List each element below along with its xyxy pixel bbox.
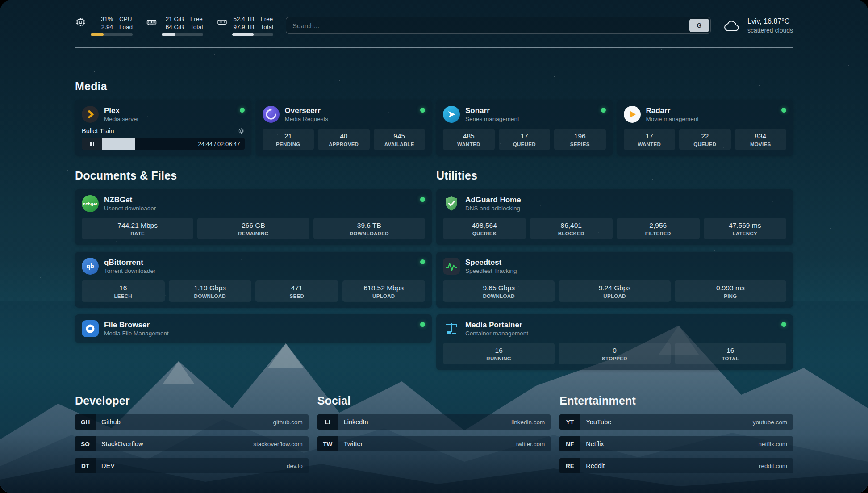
memory-total: 64 GiB	[166, 23, 184, 31]
service-name: Speedtest	[465, 258, 517, 267]
filebrowser-icon	[82, 320, 99, 337]
bookmark-name: Twitter	[344, 440, 363, 447]
bookmark-linkedin[interactable]: LI LinkedIn linkedin.com	[317, 414, 551, 430]
developer-column: Developer GH Github github.com SO StackO…	[75, 394, 309, 480]
service-description: Container management	[465, 330, 528, 337]
memory-progress-track	[162, 33, 203, 36]
service-description: Media File Management	[104, 330, 169, 337]
service-name: qBittorrent	[104, 258, 156, 267]
stat-block: 22 QUEUED	[679, 129, 731, 150]
stat-block: 9.24 Gbps UPLOAD	[559, 280, 670, 302]
status-dot	[781, 322, 786, 327]
search-input[interactable]	[292, 22, 689, 29]
gear-icon[interactable]	[238, 128, 245, 134]
bookmark-url: twitter.com	[516, 441, 545, 447]
memory-label-2: Total	[190, 23, 203, 31]
cpu-chip-icon	[75, 17, 86, 28]
stat-block: 9.65 Gbps DOWNLOAD	[443, 280, 555, 302]
cpu-label-2: Load	[119, 23, 133, 31]
stat-block: 39.6 TB DOWNLOADED	[313, 218, 425, 239]
developer-section-title: Developer	[75, 394, 309, 407]
service-card-nzbget[interactable]: nzbget NZBGet Usenet downloader	[75, 189, 432, 245]
service-name: Radarr	[646, 106, 699, 115]
stat-block: 266 GB REMAINING	[197, 218, 309, 239]
disk-label-1: Free	[261, 15, 274, 23]
bookmark-url: linkedin.com	[511, 419, 545, 426]
memory-progress-fill	[162, 33, 175, 36]
cloud-icon	[723, 18, 742, 33]
memory-label-1: Free	[190, 15, 203, 23]
stat-block: 86,401 BLOCKED	[530, 218, 613, 239]
service-card-plex[interactable]: Plex Media server Bullet Train	[75, 100, 251, 156]
stat-block: 498,564 QUERIES	[443, 218, 526, 239]
sonarr-icon	[443, 106, 460, 123]
bookmark-abbr: NF	[559, 436, 580, 451]
stat-block: 21 PENDING	[263, 129, 314, 150]
bookmark-name: YouTube	[586, 418, 611, 426]
media-section-title: Media	[75, 80, 793, 93]
service-card-portainer[interactable]: Media Portainer Container management 16 …	[436, 314, 793, 370]
service-description: Usenet downloader	[104, 205, 156, 212]
documents-column: Documents & Files nzbget NZBGet Usenet d…	[75, 169, 432, 370]
memory-free: 21 GiB	[166, 15, 184, 23]
bookmark-netflix[interactable]: NF Netflix netflix.com	[559, 436, 793, 451]
status-dot	[420, 259, 425, 264]
stat-block: 618.52 Mbps UPLOAD	[342, 280, 426, 302]
bookmark-abbr: RE	[559, 458, 580, 473]
section-middle: Documents & Files nzbget NZBGet Usenet d…	[75, 169, 793, 370]
memory-icon	[146, 17, 157, 28]
memory-widget: 21 GiB 64 GiB Free Total	[146, 15, 203, 36]
bookmark-twitter[interactable]: TW Twitter twitter.com	[317, 436, 551, 451]
stat-block: 16 LEECH	[82, 280, 165, 302]
bookmark-stackoverflow[interactable]: SO StackOverflow stackoverflow.com	[75, 436, 309, 451]
bookmark-name: Reddit	[586, 462, 605, 469]
pause-button[interactable]	[82, 138, 102, 150]
stat-block: 834 MOVIES	[735, 129, 787, 150]
service-name: AdGuard Home	[465, 196, 521, 205]
section-bookmarks: Developer GH Github github.com SO StackO…	[75, 394, 793, 480]
bookmark-abbr: LI	[317, 414, 338, 430]
header-divider	[75, 47, 793, 48]
bookmark-youtube[interactable]: YT YouTube youtube.com	[559, 414, 793, 430]
stat-block: 471 SEED	[255, 280, 338, 302]
bookmark-dev[interactable]: DT DEV dev.to	[75, 458, 309, 473]
dashboard-screen: 31% 2.94 CPU Load	[0, 0, 868, 493]
service-card-adguard[interactable]: AdGuard Home DNS and adblocking 498,564 …	[436, 189, 793, 245]
disk-free: 52.4 TB	[234, 15, 255, 23]
service-name: NZBGet	[104, 196, 156, 205]
bookmark-github[interactable]: GH Github github.com	[75, 414, 309, 430]
service-name: Sonarr	[465, 106, 519, 115]
entertainment-column: Entertainment YT YouTube youtube.com NF …	[559, 394, 793, 480]
overseerr-icon	[263, 106, 280, 123]
bookmark-name: LinkedIn	[344, 418, 368, 426]
search-provider-button[interactable]: G	[689, 19, 709, 32]
search-bar: G	[286, 17, 711, 34]
status-dot	[781, 108, 786, 113]
service-card-sonarr[interactable]: Sonarr Series management 485 WANTED 17 Q…	[436, 100, 613, 156]
weather-widget[interactable]: Lviv, 16.87°C scattered clouds	[723, 17, 793, 34]
service-card-overseerr[interactable]: Overseerr Media Requests 21 PENDING 40 A…	[256, 100, 432, 156]
service-card-qbittorrent[interactable]: qb qBittorrent Torrent downloader	[75, 252, 432, 308]
service-name: Media Portainer	[465, 321, 528, 330]
stat-block: 744.21 Mbps RATE	[82, 218, 193, 239]
service-name: Overseerr	[285, 106, 329, 115]
now-playing-title: Bullet Train	[82, 127, 114, 134]
bookmark-name: Netflix	[586, 440, 604, 447]
bookmark-reddit[interactable]: RE Reddit reddit.com	[559, 458, 793, 473]
bookmark-abbr: DT	[75, 458, 96, 473]
cpu-progress-track	[91, 33, 133, 36]
playback-progress-bar: 24:44 / 02:06:47	[82, 138, 245, 150]
plex-card-head: Plex Media server	[82, 106, 245, 123]
bookmark-url: netflix.com	[758, 441, 787, 447]
service-card-radarr[interactable]: Radarr Movie management 17 WANTED 22 QUE…	[617, 100, 793, 156]
entertainment-section-title: Entertainment	[559, 394, 793, 407]
documents-section-title: Documents & Files	[75, 169, 432, 182]
service-description: Movie management	[646, 116, 699, 122]
utilities-column: Utilities	[436, 169, 793, 370]
service-card-speedtest[interactable]: Speedtest Speedtest Tracking 9.65 Gbps D…	[436, 252, 793, 308]
service-card-filebrowser[interactable]: File Browser Media File Management	[75, 314, 432, 343]
bookmark-name: StackOverflow	[101, 440, 143, 447]
stat-block: 0 STOPPED	[559, 343, 670, 364]
disk-progress-fill	[232, 33, 254, 36]
playback-time: 24:44 / 02:06:47	[198, 141, 245, 147]
